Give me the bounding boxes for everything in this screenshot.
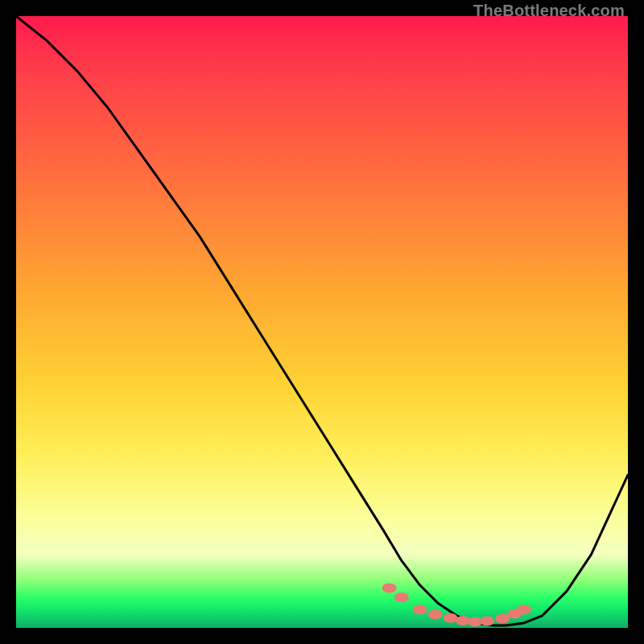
- plot-area: [16, 16, 628, 628]
- bottleneck-gradient-background: [16, 16, 628, 628]
- chart-frame: [16, 16, 628, 628]
